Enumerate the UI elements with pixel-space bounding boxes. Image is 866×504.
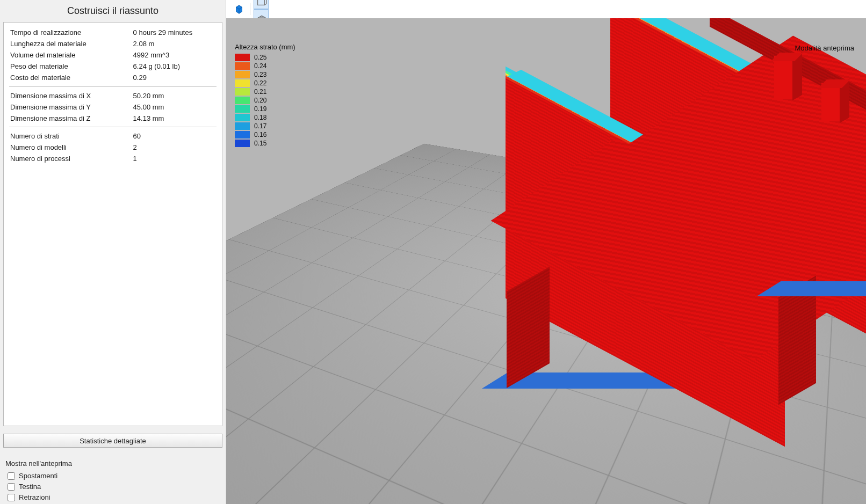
legend-row: 0.18 xyxy=(235,113,295,122)
legend-value: 0.25 xyxy=(254,54,266,61)
legend-row: 0.20 xyxy=(235,96,295,105)
legend-swatch xyxy=(235,62,250,70)
preview-checkbox-row[interactable]: Testina xyxy=(8,483,220,491)
legend-row: 0.15 xyxy=(235,139,295,148)
toolbar-separator xyxy=(250,3,250,15)
summary-label: Numero di processi xyxy=(9,153,117,164)
preview-options-label: Mostra nell'anteprima xyxy=(5,459,220,468)
summary-value: 14.13 mm xyxy=(117,113,216,124)
legend-value: 0.23 xyxy=(254,71,266,78)
summary-value: 6.24 g (0.01 lb) xyxy=(117,61,216,72)
legend-swatch xyxy=(235,140,250,147)
legend-swatch xyxy=(235,54,250,61)
preview-mode-label: Modalità anteprima xyxy=(795,44,854,52)
summary-row: Tempo di realizzazione0 hours 29 minutes xyxy=(9,27,216,38)
summary-label: Dimensione massima di Z xyxy=(9,113,117,124)
legend-row: 0.24 xyxy=(235,62,295,70)
legend-row: 0.22 xyxy=(235,79,295,87)
legend-value: 0.19 xyxy=(254,105,266,113)
summary-label: Volume del materiale xyxy=(9,49,117,61)
summary-table: Tempo di realizzazione0 hours 29 minutes… xyxy=(9,27,216,164)
legend-value: 0.24 xyxy=(254,62,266,70)
summary-row: Lunghezza del materiale2.08 m xyxy=(9,38,216,49)
summary-label: Tempo di realizzazione xyxy=(9,27,117,38)
viewport-3d[interactable]: Altezza strato (mm) 0.250.240.230.220.21… xyxy=(226,18,866,504)
legend-row: 0.21 xyxy=(235,87,295,96)
summary-label: Peso del materiale xyxy=(9,61,117,72)
legend-swatch xyxy=(235,122,250,130)
summary-value: 45.00 mm xyxy=(117,101,216,113)
preview-checkbox-label: Testina xyxy=(19,483,41,491)
legend-swatch xyxy=(235,114,250,121)
summary-row: Volume del materiale4992 mm^3 xyxy=(9,49,216,61)
summary-row: Dimensione massima di X50.20 mm xyxy=(9,90,216,101)
summary-label: Numero di modelli xyxy=(9,142,117,153)
legend-value: 0.18 xyxy=(254,114,266,121)
main-area: Altezza strato (mm) 0.250.240.230.220.21… xyxy=(226,0,866,504)
summary-label: Dimensione massima di X xyxy=(9,90,117,101)
summary-value: 4992 mm^3 xyxy=(117,49,216,61)
legend-swatch xyxy=(235,97,250,104)
legend-value: 0.22 xyxy=(254,79,266,87)
svg-rect-21 xyxy=(258,0,265,5)
summary-box: Tempo di realizzazione0 hours 29 minutes… xyxy=(3,22,222,426)
preview-checkbox-row[interactable]: Spostamenti xyxy=(8,472,220,480)
preview-checkbox-row[interactable]: Retrazioni xyxy=(8,493,220,501)
legend-value: 0.20 xyxy=(254,97,266,104)
preview-checkbox[interactable] xyxy=(8,472,15,480)
view-toolbar xyxy=(226,0,866,18)
legend-row: 0.23 xyxy=(235,70,295,79)
summary-row: Peso del materiale6.24 g (0.01 lb) xyxy=(9,61,216,72)
legend-value: 0.21 xyxy=(254,88,266,96)
preview-checkbox-label: Spostamenti xyxy=(19,472,57,480)
summary-label: Lunghezza del materiale xyxy=(9,38,117,49)
summary-sidebar: Costruisci il riassunto Tempo di realizz… xyxy=(0,0,226,504)
build-plate-grid xyxy=(226,144,866,504)
legend-value: 0.15 xyxy=(254,140,266,147)
layer-height-legend: Altezza strato (mm) 0.250.240.230.220.21… xyxy=(235,43,295,148)
summary-value: 2.08 m xyxy=(117,38,216,49)
summary-value: 0.29 xyxy=(117,72,216,83)
summary-value: 50.20 mm xyxy=(117,90,216,101)
summary-label: Numero di strati xyxy=(9,130,117,142)
legend-swatch xyxy=(235,71,250,78)
preview-checkbox[interactable] xyxy=(8,483,15,491)
legend-swatch xyxy=(235,131,250,138)
preview-checkbox-label: Retrazioni xyxy=(19,493,50,501)
legend-value: 0.16 xyxy=(254,131,266,138)
view-build-volume[interactable] xyxy=(254,0,269,9)
summary-row: Numero di processi1 xyxy=(9,153,216,164)
detailed-stats-button[interactable]: Statistiche dettagliate xyxy=(3,434,222,448)
summary-label: Dimensione massima di Y xyxy=(9,101,117,113)
legend-row: 0.17 xyxy=(235,122,295,130)
summary-row: Dimensione massima di Z14.13 mm xyxy=(9,113,216,124)
legend-value: 0.17 xyxy=(254,122,266,130)
summary-title: Costruisci il riassunto xyxy=(3,2,222,22)
summary-row: Numero di modelli2 xyxy=(9,142,216,153)
legend-row: 0.16 xyxy=(235,130,295,139)
legend-swatch xyxy=(235,79,250,87)
legend-row: 0.25 xyxy=(235,53,295,62)
summary-label: Costo del materiale xyxy=(9,72,117,83)
summary-row: Numero di strati60 xyxy=(9,130,216,142)
legend-swatch xyxy=(235,88,250,96)
summary-row: Costo del materiale0.29 xyxy=(9,72,216,83)
view-left[interactable] xyxy=(232,2,247,17)
summary-value: 60 xyxy=(117,130,216,142)
summary-value: 1 xyxy=(117,153,216,164)
legend-title: Altezza strato (mm) xyxy=(235,43,295,51)
preview-checkbox[interactable] xyxy=(8,494,15,501)
legend-swatch xyxy=(235,105,250,113)
legend-row: 0.19 xyxy=(235,105,295,113)
summary-row: Dimensione massima di Y45.00 mm xyxy=(9,101,216,113)
summary-value: 2 xyxy=(117,142,216,153)
preview-options-group: Mostra nell'anteprima SpostamentiTestina… xyxy=(3,459,222,504)
summary-value: 0 hours 29 minutes xyxy=(117,27,216,38)
